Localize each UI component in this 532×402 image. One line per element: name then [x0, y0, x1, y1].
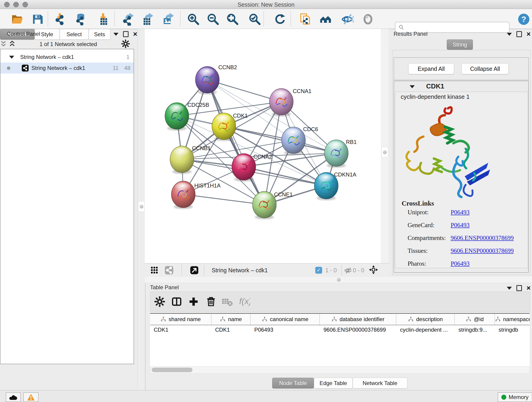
- network-node-RB1[interactable]: RB1: [324, 139, 357, 168]
- column-header-name[interactable]: name: [211, 314, 251, 325]
- close-panel-icon[interactable]: ×: [526, 286, 531, 290]
- zoom-in-button[interactable]: [186, 12, 201, 27]
- two-columns-button[interactable]: [170, 295, 183, 308]
- close-panel-icon[interactable]: ×: [526, 32, 531, 36]
- splitter-handle[interactable]: [138, 201, 145, 212]
- crosslink-value[interactable]: 9606.ENSP00000378699: [451, 247, 514, 254]
- cloud-button[interactable]: [6, 392, 21, 402]
- cell-description[interactable]: cyclin-dependent ...: [396, 327, 455, 333]
- crosslink-value[interactable]: P06493: [451, 222, 470, 229]
- column-header-@id[interactable]: @id: [455, 314, 495, 325]
- show-all-networks-button[interactable]: [318, 12, 333, 27]
- clone-network-button[interactable]: [298, 12, 313, 27]
- memory-button[interactable]: Memory: [498, 392, 532, 402]
- float-panel-icon[interactable]: [516, 285, 522, 291]
- import-network-database-button[interactable]: [73, 12, 88, 27]
- collapse-protein-icon[interactable]: [410, 85, 415, 88]
- table-horizontal-scrollbar[interactable]: [150, 366, 530, 374]
- column-header-namespace[interactable]: namespace: [495, 314, 530, 325]
- vscroll-thumb[interactable]: [381, 147, 388, 157]
- crosslink-value[interactable]: P06493: [451, 209, 470, 216]
- crosslink-value[interactable]: 9606.ENSP00000378699: [451, 235, 514, 242]
- birds-eye-view-icon[interactable]: [150, 266, 159, 276]
- cell-name[interactable]: CDK1: [211, 327, 251, 333]
- tree-icon: [331, 316, 337, 322]
- view-dot-icon: [7, 66, 10, 70]
- import-network-database-icon: [74, 13, 87, 26]
- cell-namespace[interactable]: stringdb: [495, 327, 530, 333]
- column-header-shared-name[interactable]: shared name: [150, 314, 211, 325]
- export-network-button[interactable]: [120, 12, 135, 27]
- network-node-CDC6[interactable]: CDC6: [282, 126, 318, 155]
- tab-node-table[interactable]: Node Table: [272, 378, 314, 389]
- refresh-button[interactable]: [272, 12, 287, 27]
- tab-select[interactable]: Select: [60, 29, 89, 40]
- network-node-CDKN1A[interactable]: CDKN1A: [314, 172, 356, 200]
- expand-all-button[interactable]: Expand All: [408, 63, 454, 74]
- trash-icon: [205, 296, 217, 307]
- gear-button[interactable]: [153, 295, 166, 308]
- open-in-window-icon[interactable]: [190, 266, 199, 276]
- network-row-selected[interactable]: String Network – cdk1 11 48: [0, 63, 133, 74]
- import-network-file-button[interactable]: [52, 12, 67, 27]
- network-node-CCNB2[interactable]: CCNB2: [196, 64, 237, 95]
- network-vertical-scrollbar[interactable]: [381, 29, 389, 263]
- tab-edge-table[interactable]: Edge Table: [314, 378, 353, 389]
- open-session-button[interactable]: [10, 12, 25, 27]
- panel-menu-icon[interactable]: [507, 33, 512, 36]
- share-network-icon[interactable]: [165, 266, 174, 276]
- trash-button[interactable]: [204, 295, 218, 308]
- network-node-CCNE1[interactable]: CCNE1: [253, 191, 293, 219]
- float-panel-icon[interactable]: [516, 31, 522, 37]
- export-image-button[interactable]: [161, 12, 175, 27]
- float-panel-icon[interactable]: [123, 31, 128, 37]
- open-session-icon: [11, 13, 24, 26]
- crosslink-value[interactable]: P06493: [451, 260, 470, 267]
- column-header-canonical-name[interactable]: canonical name: [251, 314, 320, 325]
- network-node-CCNA1[interactable]: CCNA1: [269, 88, 311, 116]
- column-header-database-identifier[interactable]: database identifier: [320, 314, 396, 325]
- hscroll-thumb[interactable]: [152, 368, 192, 372]
- selected-checkbox-icon[interactable]: ✓: [315, 267, 322, 274]
- splitter-handle[interactable]: [337, 278, 341, 282]
- network-collection-row[interactable]: String Network – cdk1 1: [0, 51, 133, 63]
- panel-menu-icon[interactable]: [114, 33, 119, 36]
- import-table-button[interactable]: [96, 12, 110, 27]
- cell-shared-name[interactable]: CDK1: [150, 327, 211, 333]
- plus-button[interactable]: [187, 295, 200, 308]
- table-row[interactable]: CDK1CDK1P064939606.ENSP00000378699cyclin…: [150, 325, 530, 334]
- expand-all-icon[interactable]: [9, 40, 16, 49]
- panel-menu-icon[interactable]: [507, 287, 512, 290]
- network-node-HIST1H1A[interactable]: HIST1H1A: [171, 181, 221, 209]
- zoom-fit-button[interactable]: [225, 12, 240, 27]
- export-table-button[interactable]: [140, 12, 155, 27]
- cell-canonical-name[interactable]: P06493: [251, 327, 320, 333]
- tab-network-table[interactable]: Network Table: [353, 378, 407, 389]
- zoom-selected-button[interactable]: [247, 12, 262, 27]
- help-button[interactable]: ?: [516, 12, 531, 27]
- warning-button[interactable]: [23, 392, 38, 402]
- save-session-button[interactable]: [30, 12, 45, 27]
- collapse-all-button[interactable]: Collapse All: [462, 63, 509, 74]
- gray-eye-button[interactable]: [361, 12, 375, 27]
- toolbar-separator: [114, 11, 115, 26]
- export-network-icon: [121, 13, 134, 26]
- fit-content-icon[interactable]: [369, 265, 378, 275]
- tab-sets[interactable]: Sets: [89, 29, 110, 40]
- cell-database-identifier[interactable]: 9606.ENSP00000378699: [320, 327, 396, 333]
- hide-selected-button[interactable]: [340, 12, 355, 27]
- vertical-splitter-left[interactable]: [138, 29, 146, 390]
- horizontal-splitter[interactable]: [145, 277, 532, 283]
- network-canvas[interactable]: CCNB2 CCNA1 CDC25B CDK1 CDC6: [145, 29, 381, 263]
- collapse-all-icon[interactable]: [0, 40, 7, 49]
- zoom-out-button[interactable]: [206, 12, 220, 27]
- toolbar-separator: [264, 11, 264, 26]
- column-header-description[interactable]: description: [396, 314, 455, 325]
- close-panel-icon[interactable]: ×: [133, 32, 137, 36]
- tab-string[interactable]: String: [447, 39, 473, 50]
- protein-details: cyclin-dependent kinase 1: [395, 92, 528, 268]
- network-edge-HIST1H1A-CCNE1[interactable]: [183, 194, 264, 205]
- gear-icon[interactable]: [121, 39, 130, 49]
- collection-expand-icon[interactable]: [9, 56, 14, 59]
- cell-@id[interactable]: stringdb:9...: [455, 327, 495, 333]
